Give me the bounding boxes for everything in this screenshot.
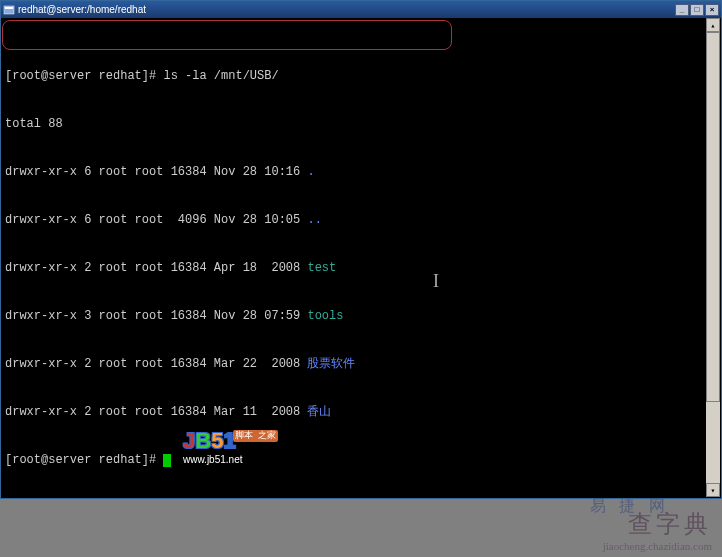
terminal-content[interactable]: [root@server redhat]# ls -la /mnt/USB/ t… <box>1 18 721 498</box>
list-item: drwxr-xr-x 6 root root 4096 Nov 28 10:05… <box>5 212 717 228</box>
close-button[interactable]: × <box>705 4 719 16</box>
annotation-highlight <box>2 20 452 50</box>
prompt: [root@server redhat]# <box>5 453 156 467</box>
list-item: drwxr-xr-x 2 root root 16384 Apr 18 2008… <box>5 260 717 276</box>
command: ls -la /mnt/USB/ <box>163 69 278 83</box>
watermark-url: jiaocheng.chazidian.com <box>603 540 712 552</box>
list-item: drwxr-xr-x 6 root root 16384 Nov 28 10:1… <box>5 164 717 180</box>
cursor <box>163 454 171 467</box>
terminal-window: redhat@server:/home/redhat _ □ × [root@s… <box>0 0 722 499</box>
titlebar[interactable]: redhat@server:/home/redhat _ □ × <box>1 1 721 18</box>
list-item: drwxr-xr-x 2 root root 16384 Mar 22 2008… <box>5 356 717 372</box>
list-item: drwxr-xr-x 3 root root 16384 Nov 28 07:5… <box>5 308 717 324</box>
svg-rect-1 <box>5 7 13 9</box>
window-title: redhat@server:/home/redhat <box>18 4 675 15</box>
watermark-text: 查字典 <box>603 508 712 540</box>
window-controls: _ □ × <box>675 4 719 16</box>
minimize-button[interactable]: _ <box>675 4 689 16</box>
maximize-button[interactable]: □ <box>690 4 704 16</box>
scrollbar[interactable]: ▴ ▾ <box>706 18 720 497</box>
app-icon <box>3 4 15 16</box>
total-line: total 88 <box>5 116 717 132</box>
list-item: drwxr-xr-x 2 root root 16384 Mar 11 2008… <box>5 404 717 420</box>
scroll-up-button[interactable]: ▴ <box>706 18 720 32</box>
prompt: [root@server redhat]# <box>5 69 156 83</box>
scroll-down-button[interactable]: ▾ <box>706 483 720 497</box>
watermark-chazidian: 查字典 jiaocheng.chazidian.com <box>603 508 712 552</box>
ibeam-cursor-icon: I <box>433 273 439 289</box>
scroll-thumb[interactable] <box>706 32 720 402</box>
